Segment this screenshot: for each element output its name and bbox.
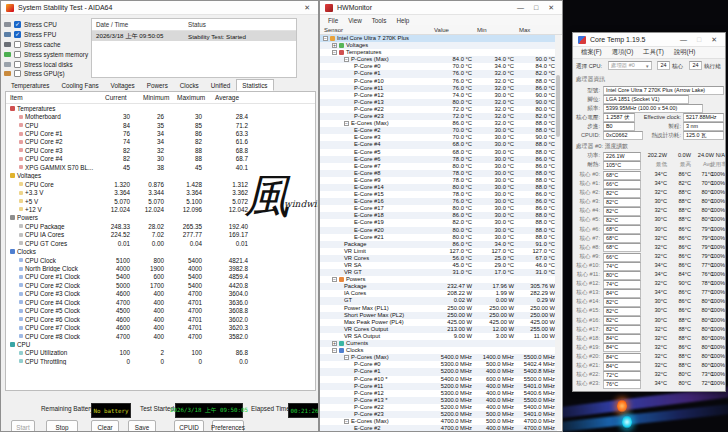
core-row-23[interactable]: 核心 #23:76°C34°C80°C72°C100% bbox=[573, 379, 726, 388]
column-min[interactable]: Min bbox=[477, 25, 487, 35]
stress-local-disks-checkbox[interactable] bbox=[14, 61, 21, 68]
stats-row-cpu-throttling[interactable]: CPU Throttling0000.0 bbox=[6, 357, 315, 365]
sensor-row-p-cores-max[interactable]: −P-Cores (Max)5400.0 MHz1400.0 MHz5500.0… bbox=[320, 354, 557, 361]
expand-toggle-icon[interactable]: + bbox=[332, 43, 337, 48]
sensor-row-p-core-22[interactable]: P-Core #225200.0 MHz400.0 MHz5400.0 MHz bbox=[320, 404, 557, 411]
column-sensor[interactable]: Sensor bbox=[324, 25, 343, 35]
stats-row-cpu-ia-cores[interactable]: CPU IA Cores224.527.02277.77169.17 bbox=[6, 231, 315, 239]
sensor-row-e-core-9[interactable]: E-Core #978.0 °C30.0 °C88.0 °C bbox=[320, 177, 557, 184]
core-row-14[interactable]: 核心 #14:82°C30°C86°C80°C100% bbox=[573, 297, 726, 306]
sensor-row-p-core-12[interactable]: P-Core #1274.0 °C30.0 °C90.0 °C bbox=[320, 92, 557, 99]
sensor-row-p-core-13[interactable]: P-Core #1380.0 °C32.0 °C90.0 °C bbox=[320, 99, 557, 106]
core-row-18[interactable]: 核心 #18:84°C32°C88°C80°C100% bbox=[573, 334, 726, 343]
sensor-row-p-core-23[interactable]: P-Core #2372.0 °C32.0 °C82.0 °C bbox=[320, 113, 557, 120]
stop-button[interactable]: Stop bbox=[46, 420, 78, 432]
save-button[interactable]: Save bbox=[128, 420, 156, 432]
section-row-temperatures[interactable]: Temperatures bbox=[6, 104, 315, 112]
close-icon[interactable]: ✕ bbox=[301, 1, 313, 14]
stats-row-cpu-core-2-clock[interactable]: CPU Core #2 Clock5000170054004420.8 bbox=[6, 281, 315, 289]
sensor-row-e-core-2[interactable]: E-Core #24700.0 MHz400.0 MHz4700.0 MHz bbox=[320, 425, 557, 431]
core-row-12[interactable]: 核心 #12:74°C32°C90°C78°C100% bbox=[573, 279, 726, 288]
expand-toggle-icon[interactable]: + bbox=[332, 341, 337, 346]
menu-tools[interactable]: Tools bbox=[367, 17, 392, 24]
stress-option-stress-gpu-s[interactable]: Stress GPU(s) bbox=[4, 69, 89, 79]
stats-row-cpu-core-1[interactable]: CPU Core #176348663.3 bbox=[6, 129, 315, 137]
core-row-16[interactable]: 核心 #16:82°C30°C88°C80°C100% bbox=[573, 316, 726, 325]
stats-row-cpu-core-7-clock[interactable]: CPU Core #7 Clock460040047013620.3 bbox=[6, 323, 315, 331]
core-row-6[interactable]: 核心 #6:68°C30°C86°C79°C100% bbox=[573, 225, 726, 234]
minimize-icon[interactable]: — bbox=[677, 33, 690, 46]
sensor-row-e-core-4[interactable]: E-Core #468.0 °C30.0 °C88.0 °C bbox=[320, 141, 557, 148]
stats-row-cpu-core-4-clock[interactable]: CPU Core #4 Clock470040047013636.0 bbox=[6, 298, 315, 306]
clear-button[interactable]: Clear bbox=[91, 420, 119, 432]
stats-column-average[interactable]: Average bbox=[211, 94, 257, 101]
close-icon[interactable]: ✕ bbox=[545, 1, 557, 14]
stats-row-cpu-core-3[interactable]: CPU Core #382328868.8 bbox=[6, 146, 315, 154]
preferences-button[interactable]: Preferences bbox=[212, 420, 244, 432]
sensor-row-e-core-8[interactable]: E-Core #878.0 °C30.0 °C88.0 °C bbox=[320, 170, 557, 177]
close-icon[interactable]: ✕ bbox=[708, 33, 720, 46]
tab-temperatures[interactable]: Temperatures bbox=[5, 79, 56, 91]
stress-system-memory-checkbox[interactable] bbox=[14, 51, 21, 58]
sensor-row-short-power-max-pl2[interactable]: Short Power Max (PL2)250.00 W250.00 W250… bbox=[320, 312, 557, 319]
expand-toggle-icon[interactable]: − bbox=[344, 57, 349, 62]
sensor-row-p-cores-max[interactable]: −P-Cores (Max)84.0 °C34.0 °C90.0 °C bbox=[320, 56, 557, 63]
sensor-row-e-core-21[interactable]: E-Core #2180.0 °C30.0 °C88.0 °C bbox=[320, 234, 557, 241]
sensor-row-e-cores-max[interactable]: −E-Cores (Max)4700.0 MHz500.0 MHz4700.0 … bbox=[320, 418, 557, 425]
core-row-21[interactable]: 核心 #21:84°C32°C88°C80°C100% bbox=[573, 361, 726, 370]
sensor-row-e-core-2[interactable]: E-Core #270.0 °C30.0 °C88.0 °C bbox=[320, 127, 557, 134]
core-row-9[interactable]: 核心 #9:66°C32°C86°C79°C100% bbox=[573, 252, 726, 261]
sensor-row-e-core-6[interactable]: E-Core #678.0 °C30.0 °C86.0 °C bbox=[320, 156, 557, 163]
expand-toggle-icon[interactable]: − bbox=[344, 355, 349, 360]
core-row-20[interactable]: 核心 #20:84°C32°C88°C80°C100% bbox=[573, 352, 726, 361]
core-row-4[interactable]: 核心 #4:82°C32°C88°C80°C100% bbox=[573, 206, 726, 215]
sensor-row-intel-core-ultra-7-270k-plus[interactable]: −Intel Core Ultra 7 270K Plus bbox=[320, 35, 557, 42]
expand-toggle-icon[interactable]: − bbox=[332, 50, 337, 55]
core-row-3[interactable]: 核心 #3:82°C30°C88°C80°C100% bbox=[573, 197, 726, 206]
stats-row-cpu-clock[interactable]: CPU Clock510080054004821.4 bbox=[6, 256, 315, 264]
sensor-row-vr-sa[interactable]: VR SA45.0 °C29.0 °C46.0 °C bbox=[320, 262, 557, 269]
sensor-row-max-peak-power-pl4[interactable]: Max Peak Power (PL4)425.00 W425.00 W425.… bbox=[320, 319, 557, 326]
minimize-icon[interactable]: — bbox=[514, 1, 527, 14]
log-column-datetime[interactable]: Date / Time bbox=[92, 21, 188, 28]
stats-row-cpu-core-6-clock[interactable]: CPU Core #6 Clock460040047013602.0 bbox=[6, 315, 315, 323]
sensor-row-p-core-11[interactable]: P-Core #1176.0 °C32.0 °C86.0 °C bbox=[320, 85, 557, 92]
core-row-1[interactable]: 核心 #1:66°C34°C82°C70°C100% bbox=[573, 179, 726, 188]
core-row-17[interactable]: 核心 #17:82°C32°C88°C80°C100% bbox=[573, 325, 726, 334]
section-row-cpu[interactable]: CPU bbox=[6, 340, 315, 348]
stress-option-stress-system-memory[interactable]: Stress system memory bbox=[4, 49, 89, 59]
stress-cache-checkbox[interactable] bbox=[14, 41, 21, 48]
sensor-row-vr-gt[interactable]: VR GT31.0 °C17.0 °C31.0 °C bbox=[320, 269, 557, 276]
column-max[interactable]: Max bbox=[519, 25, 530, 35]
sensor-row-temperatures[interactable]: −Temperatures bbox=[320, 49, 557, 56]
stats-row-cpu-core-8-clock[interactable]: CPU Core #8 Clock470040047003582.0 bbox=[6, 332, 315, 340]
maximize-icon[interactable]: □ bbox=[531, 1, 541, 14]
sensor-row-vr-sa-output[interactable]: VR SA Output9.00 W3.00 W11.00 W bbox=[320, 333, 557, 340]
core-row-0[interactable]: 核心 #0:68°C34°C86°C71°C100% bbox=[573, 170, 726, 179]
menu-help[interactable]: Help bbox=[391, 17, 414, 24]
stress-cpu-checkbox[interactable]: ✓ bbox=[14, 21, 21, 28]
section-row-clocks[interactable]: Clocks bbox=[6, 247, 315, 255]
stress-option-stress-cache[interactable]: Stress cache bbox=[4, 40, 89, 50]
sensor-row-package[interactable]: Package86.0 °C34.0 °C91.0 °C bbox=[320, 241, 557, 248]
aida64-titlebar[interactable]: System Stability Test - AIDA64 ✕ bbox=[1, 1, 318, 15]
sensor-row-vr-cores[interactable]: VR Cores56.0 °C25.0 °C67.0 °C bbox=[320, 255, 557, 262]
scrollbar-thumb[interactable] bbox=[556, 75, 560, 137]
sensor-row-e-core-3[interactable]: E-Core #370.0 °C30.0 °C90.0 °C bbox=[320, 134, 557, 141]
sensor-row-p-core-0[interactable]: P-Core #05300.0 MHz500.0 MHz5402.4 MHz bbox=[320, 361, 557, 368]
tab-statistics[interactable]: Statistics bbox=[236, 79, 273, 91]
core-row-15[interactable]: 核心 #15:82°C30°C86°C80°C100% bbox=[573, 306, 726, 315]
expand-toggle-icon[interactable]: − bbox=[332, 348, 337, 353]
stats-column-item[interactable]: Item bbox=[6, 94, 101, 101]
sensor-row-p-core-13[interactable]: P-Core #13 *5300.0 MHz400.0 MHz5500.0 MH… bbox=[320, 397, 557, 404]
stress-option-stress-local-disks[interactable]: Stress local disks bbox=[4, 59, 89, 69]
sensor-row-e-cores-max[interactable]: −E-Cores (Max)86.0 °C32.0 °C88.0 °C bbox=[320, 120, 557, 127]
tab-cooling-fans[interactable]: Cooling Fans bbox=[56, 79, 105, 91]
log-row[interactable]: 2026/3/18 上午 09:50:05 Stability Test: St… bbox=[92, 31, 296, 41]
sensor-row-e-core-18[interactable]: E-Core #1886.0 °C30.0 °C88.0 °C bbox=[320, 212, 557, 219]
sensor-row-p-core-1[interactable]: P-Core #176.0 °C32.0 °C82.0 °C bbox=[320, 70, 557, 77]
core-row-5[interactable]: 核心 #5:82°C30°C88°C80°C100% bbox=[573, 215, 726, 224]
sensor-row-e-core-17[interactable]: E-Core #1780.0 °C30.0 °C86.0 °C bbox=[320, 205, 557, 212]
core-row-22[interactable]: 核心 #22:72°C32°C80°C73°C100% bbox=[573, 370, 726, 379]
menu-f[interactable]: 檔案(F) bbox=[576, 48, 607, 57]
